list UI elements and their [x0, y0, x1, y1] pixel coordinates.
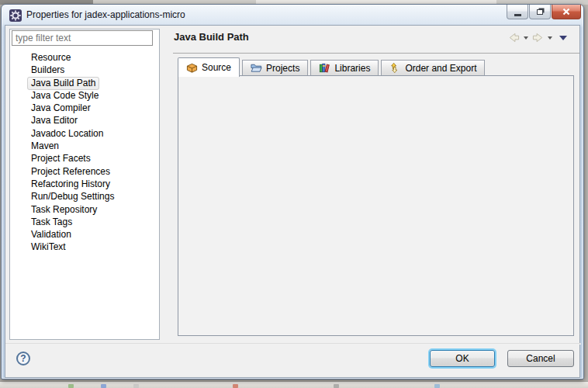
ok-button[interactable]: OK	[430, 350, 495, 367]
sidebar-item-refactoring-history[interactable]: Refactoring History	[10, 178, 159, 190]
minimize-button[interactable]	[507, 5, 528, 19]
properties-page-list: Resource Builders Java Build Path Java C…	[10, 51, 159, 254]
background-ide-strip-bottom	[0, 381, 588, 388]
background-icon	[101, 384, 106, 388]
history-navigation	[508, 33, 567, 43]
properties-dialog: Properties for jadex-applications-micro …	[1, 4, 584, 379]
window-title: Properties for jadex-applications-micro	[26, 5, 185, 25]
sidebar-item-builders[interactable]: Builders	[10, 64, 159, 76]
background-icon	[334, 384, 339, 388]
sidebar-item-task-tags[interactable]: Task Tags	[10, 216, 159, 228]
footer-separator	[5, 343, 581, 345]
tab-source[interactable]: Source	[178, 57, 240, 77]
tab-libraries[interactable]: Libraries	[310, 60, 379, 76]
background-icon	[233, 384, 238, 388]
forward-history-dropdown-icon[interactable]	[548, 36, 552, 40]
view-menu-icon[interactable]	[559, 36, 567, 40]
tab-projects[interactable]: Projects	[242, 60, 308, 76]
tab-label: Source	[202, 62, 231, 73]
build-path-tabs: Source Projects Libraries	[178, 57, 487, 76]
sidebar-item-wikitext[interactable]: WikiText	[10, 241, 159, 253]
sidebar-item-project-facets[interactable]: Project Facets	[10, 152, 159, 165]
tab-label: Projects	[266, 63, 299, 74]
close-icon	[562, 8, 570, 16]
sidebar-item-java-build-path[interactable]: Java Build Path	[10, 77, 159, 89]
restore-button[interactable]	[529, 5, 551, 19]
title-bar[interactable]: Properties for jadex-applications-micro	[2, 5, 583, 25]
dialog-client-area: Resource Builders Java Build Path Java C…	[5, 25, 580, 378]
properties-gear-icon	[9, 9, 22, 22]
filter-input[interactable]	[12, 30, 153, 46]
back-history-dropdown-icon[interactable]	[524, 36, 528, 40]
background-icon	[133, 384, 139, 388]
tab-order-and-export[interactable]: Order and Export	[381, 60, 485, 76]
sidebar-item-validation[interactable]: Validation	[10, 228, 159, 241]
help-icon[interactable]: ?	[16, 352, 30, 365]
forward-arrow-icon[interactable]	[532, 33, 544, 43]
back-arrow-icon[interactable]	[508, 33, 520, 43]
sidebar-item-task-repository[interactable]: Task Repository	[10, 203, 159, 216]
tab-label: Order and Export	[405, 63, 476, 74]
sidebar-item-java-code-style[interactable]: Java Code Style	[10, 89, 159, 102]
source-tab-panel	[178, 75, 574, 336]
sidebar-item-project-references[interactable]: Project References	[10, 165, 159, 178]
sidebar-item-run-debug-settings[interactable]: Run/Debug Settings	[10, 190, 159, 203]
close-button[interactable]	[552, 5, 581, 19]
package-icon	[186, 62, 198, 74]
sidebar-item-javadoc-location[interactable]: Javadoc Location	[10, 127, 159, 140]
header-separator	[173, 53, 579, 54]
sidebar-item-resource[interactable]: Resource	[10, 51, 159, 64]
background-icon	[68, 384, 74, 388]
tab-label: Libraries	[334, 63, 370, 74]
sidebar-item-java-editor[interactable]: Java Editor	[10, 114, 159, 126]
cancel-button[interactable]: Cancel	[507, 350, 574, 367]
sidebar-item-maven[interactable]: Maven	[10, 140, 159, 152]
properties-sidebar: Resource Builders Java Build Path Java C…	[9, 29, 160, 340]
books-icon	[319, 62, 330, 74]
background-icon	[434, 384, 440, 388]
open-folder-icon	[251, 62, 262, 74]
order-export-icon	[389, 62, 401, 74]
sidebar-item-java-compiler[interactable]: Java Compiler	[10, 102, 159, 114]
page-title: Java Build Path	[174, 31, 249, 43]
